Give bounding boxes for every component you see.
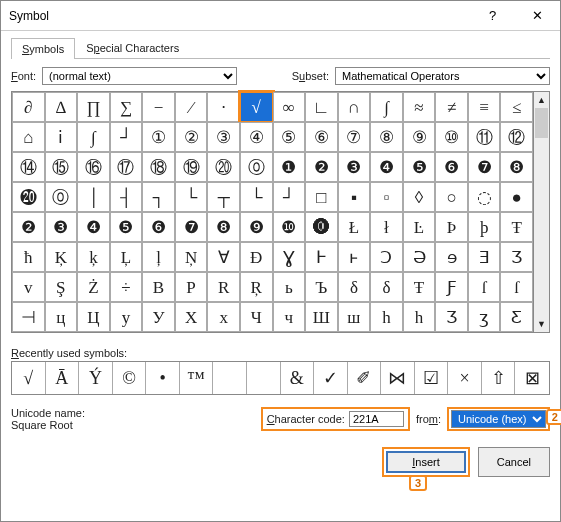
symbol-cell[interactable]: Ɐ	[207, 242, 240, 272]
scroll-up-icon[interactable]: ▲	[534, 92, 549, 108]
symbol-cell[interactable]: ∕	[175, 92, 208, 122]
symbol-cell[interactable]: Х	[175, 302, 208, 332]
symbol-cell[interactable]: Ъ	[305, 272, 338, 302]
symbol-cell[interactable]: ł	[370, 212, 403, 242]
symbol-cell[interactable]: ÷	[110, 272, 143, 302]
symbol-cell[interactable]: ⑯	[77, 152, 110, 182]
symbol-cell[interactable]: Ŀ	[403, 212, 436, 242]
symbol-cell[interactable]: Ч	[240, 302, 273, 332]
symbol-cell[interactable]: ≈	[403, 92, 436, 122]
symbol-cell[interactable]: ∟	[305, 92, 338, 122]
symbol-cell[interactable]: Đ	[240, 242, 273, 272]
symbol-cell[interactable]: R	[207, 272, 240, 302]
symbol-cell[interactable]: ⓪	[45, 182, 78, 212]
symbol-cell[interactable]: ∞	[273, 92, 306, 122]
recent-cell[interactable]: Ā	[46, 362, 80, 394]
symbol-cell[interactable]: ②	[175, 122, 208, 152]
tab-symbols[interactable]: Symbols	[11, 38, 75, 59]
symbol-cell[interactable]: Ǝ	[468, 242, 501, 272]
symbol-cell[interactable]: ❺	[110, 212, 143, 242]
recent-cell[interactable]: ©	[113, 362, 147, 394]
symbol-cell[interactable]: δ	[338, 272, 371, 302]
symbol-cell[interactable]: ≡	[468, 92, 501, 122]
symbol-cell[interactable]: ⑰	[110, 152, 143, 182]
symbol-cell[interactable]: ⑥	[305, 122, 338, 152]
symbol-cell[interactable]: ∫	[370, 92, 403, 122]
symbol-cell[interactable]: ∙	[207, 92, 240, 122]
symbol-cell[interactable]: B	[142, 272, 175, 302]
symbol-cell[interactable]: ┬	[207, 182, 240, 212]
recent-cell[interactable]: √	[12, 362, 46, 394]
grid-scrollbar[interactable]: ▲ ▼	[534, 91, 550, 333]
symbol-cell[interactable]: ▪	[338, 182, 371, 212]
symbol-cell[interactable]: ļ	[142, 242, 175, 272]
symbol-cell[interactable]: ⑨	[403, 122, 436, 152]
symbol-cell[interactable]: ⑪	[468, 122, 501, 152]
symbol-cell[interactable]: Ӡ	[435, 302, 468, 332]
symbol-cell[interactable]: h	[370, 302, 403, 332]
scroll-down-icon[interactable]: ▼	[534, 316, 549, 332]
symbol-cell[interactable]: ❼	[468, 152, 501, 182]
symbol-cell[interactable]: ≤	[500, 92, 533, 122]
symbol-cell[interactable]: ц	[45, 302, 78, 332]
symbol-cell[interactable]: ⑫	[500, 122, 533, 152]
cancel-button[interactable]: Cancel	[478, 447, 550, 477]
symbol-cell[interactable]: ħ	[12, 242, 45, 272]
scroll-thumb[interactable]	[535, 108, 548, 138]
symbol-cell[interactable]: ⌂	[12, 122, 45, 152]
symbol-cell[interactable]: ❹	[370, 152, 403, 182]
recent-cell[interactable]: &	[281, 362, 315, 394]
symbol-cell[interactable]: Ş	[45, 272, 78, 302]
symbol-cell[interactable]: ③	[207, 122, 240, 152]
insert-button[interactable]: Insert	[386, 451, 466, 473]
symbol-cell[interactable]: │	[77, 182, 110, 212]
symbol-cell[interactable]: −	[142, 92, 175, 122]
symbol-cell[interactable]: └	[240, 182, 273, 212]
symbol-cell[interactable]: ❺	[403, 152, 436, 182]
close-button[interactable]: ✕	[515, 1, 560, 31]
symbol-cell[interactable]: └	[175, 182, 208, 212]
symbol-cell[interactable]: ┘	[273, 182, 306, 212]
symbol-cell[interactable]: ⑲	[175, 152, 208, 182]
symbol-cell[interactable]: P	[175, 272, 208, 302]
symbol-cell[interactable]: Ņ	[175, 242, 208, 272]
symbol-cell[interactable]: ●	[500, 182, 533, 212]
symbol-cell[interactable]: Ż	[77, 272, 110, 302]
symbol-cell[interactable]: Ķ	[45, 242, 78, 272]
symbol-cell[interactable]: ┤	[110, 182, 143, 212]
symbol-cell[interactable]: Ш	[305, 302, 338, 332]
font-select[interactable]: (normal text)	[42, 67, 237, 85]
symbol-cell[interactable]: ∑	[110, 92, 143, 122]
tab-special[interactable]: Special Characters	[75, 37, 190, 58]
symbol-cell[interactable]: ⅰ	[45, 122, 78, 152]
symbol-cell[interactable]: Ł	[338, 212, 371, 242]
symbol-cell[interactable]: ∏	[77, 92, 110, 122]
symbol-cell[interactable]: Ŗ	[240, 272, 273, 302]
symbol-cell[interactable]: ⓴	[12, 182, 45, 212]
symbol-cell[interactable]: Ʒ	[500, 242, 533, 272]
symbol-cell[interactable]: ⑧	[370, 122, 403, 152]
symbol-cell[interactable]: ∂	[12, 92, 45, 122]
symbol-cell[interactable]: Ŧ	[403, 272, 436, 302]
symbol-cell[interactable]: У	[142, 302, 175, 332]
symbol-cell[interactable]: ❸	[45, 212, 78, 242]
symbol-cell[interactable]: ķ	[77, 242, 110, 272]
from-select[interactable]: Unicode (hex)	[451, 410, 546, 428]
symbol-cell[interactable]: ❹	[77, 212, 110, 242]
symbol-cell[interactable]: ❻	[142, 212, 175, 242]
recent-cell[interactable]: •	[146, 362, 180, 394]
symbol-cell[interactable]: ⑱	[142, 152, 175, 182]
symbol-grid[interactable]: ∂∆∏∑−∕∙√∞∟∩∫≈≠≡≤⌂ⅰ∫┘①②③④⑤⑥⑦⑧⑨⑩⑪⑫⑭⑮⑯⑰⑱⑲⑳⓪…	[11, 91, 534, 333]
symbol-cell[interactable]: Ƒ	[435, 272, 468, 302]
symbol-cell[interactable]: ❽	[500, 152, 533, 182]
symbol-cell[interactable]: ❻	[435, 152, 468, 182]
symbol-cell[interactable]: ≠	[435, 92, 468, 122]
symbol-cell[interactable]: Ƹ	[500, 302, 533, 332]
symbol-cell[interactable]: ❽	[207, 212, 240, 242]
symbol-cell[interactable]: þ	[468, 212, 501, 242]
symbol-cell[interactable]: ⑦	[338, 122, 371, 152]
symbol-cell[interactable]: Ə	[403, 242, 436, 272]
symbol-cell[interactable]: ɘ	[435, 242, 468, 272]
symbol-cell[interactable]: ь	[273, 272, 306, 302]
recent-cell[interactable]: ™	[180, 362, 214, 394]
